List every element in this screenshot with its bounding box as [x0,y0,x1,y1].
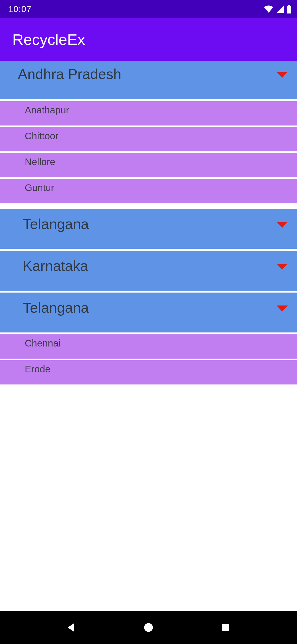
child-label: Erode [25,364,297,375]
wifi-icon [263,5,274,13]
nav-recent-button[interactable] [217,619,234,636]
nav-home-button[interactable] [140,619,157,636]
group-header-telangana-2[interactable]: Telangana [0,293,297,332]
child-item-chennai[interactable]: Chennai [0,334,297,359]
group-header-andhra-pradesh[interactable]: Andhra Pradesh [0,61,297,99]
child-label: Chennai [25,338,297,349]
child-label: Chittoor [25,130,297,141]
svg-rect-3 [222,624,229,631]
chevron-down-icon [277,222,288,228]
chevron-down-icon [277,264,288,270]
spacer [0,205,297,209]
nav-back-button[interactable] [63,619,80,636]
battery-icon [287,5,292,13]
child-label: Nellore [25,156,297,167]
group-title: Telangana [23,299,89,316]
content-area: Andhra Pradesh Anathapur Chittoor Nellor… [0,61,297,611]
svg-point-2 [144,623,153,632]
app-title: RecycleEx [12,31,85,48]
chevron-down-icon [277,72,288,78]
status-bar: 10:07 [0,0,297,18]
group-header-karnataka[interactable]: Karnataka [0,251,297,291]
status-time: 10:07 [8,4,32,14]
back-icon [66,622,77,633]
child-item-anathapur[interactable]: Anathapur [0,101,297,125]
app-bar: RecycleEx [0,18,297,61]
nav-bar [0,611,297,644]
status-icons [263,5,292,13]
home-icon [143,622,154,633]
child-label: Guntur [25,182,297,193]
child-item-erode[interactable]: Erode [0,360,297,384]
group-title: Karnataka [23,258,88,274]
child-item-nellore[interactable]: Nellore [0,153,297,177]
chevron-down-icon [277,305,288,312]
svg-rect-0 [288,5,290,6]
group-header-telangana-1[interactable]: Telangana [0,209,297,249]
signal-icon [276,5,284,13]
group-title: Telangana [23,216,89,232]
child-label: Anathapur [25,105,297,116]
child-item-chittoor[interactable]: Chittoor [0,127,297,151]
child-item-guntur[interactable]: Guntur [0,179,297,203]
group-title: Andhra Pradesh [18,66,121,82]
recent-icon [221,623,230,632]
svg-rect-1 [287,6,291,13]
